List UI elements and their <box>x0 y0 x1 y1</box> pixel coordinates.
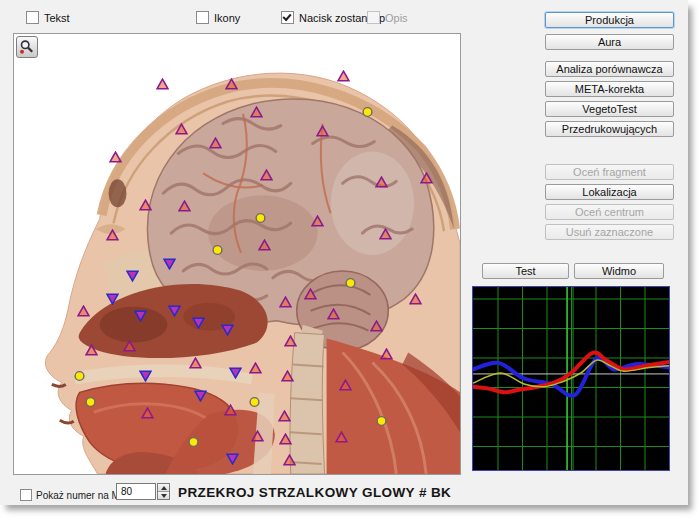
test-button[interactable]: Test <box>482 263 569 279</box>
marker-up[interactable] <box>279 294 292 306</box>
marker-up[interactable] <box>379 226 392 238</box>
marker-dot[interactable] <box>344 275 357 287</box>
marker-up[interactable] <box>258 237 271 249</box>
marker-up[interactable] <box>260 167 273 179</box>
magnifier-icon <box>19 39 35 55</box>
checkbox-box[interactable] <box>281 11 294 24</box>
marker-up[interactable] <box>283 452 296 464</box>
marker-dot[interactable] <box>248 394 261 406</box>
marker-up[interactable] <box>284 333 297 345</box>
marker-up[interactable] <box>123 338 136 350</box>
zoom-tool-button[interactable] <box>16 36 38 58</box>
marker-dot[interactable] <box>187 434 200 446</box>
marker-up[interactable] <box>335 429 348 441</box>
view-caption: PRZEKROJ STRZALKOWY GLOWY # BK <box>178 485 451 500</box>
chevron-down-icon <box>161 494 167 498</box>
marker-up[interactable] <box>85 342 98 354</box>
marker-up[interactable] <box>249 360 262 372</box>
marker-up[interactable] <box>178 198 191 210</box>
marker-up[interactable] <box>304 286 317 298</box>
chevron-up-icon <box>161 486 167 490</box>
marker-number-input[interactable]: 80 <box>116 483 156 500</box>
spinner-up-button[interactable] <box>158 484 169 492</box>
marker-up[interactable] <box>109 149 122 161</box>
marker-up[interactable] <box>281 368 294 380</box>
checkbox-ikony[interactable]: Ikony <box>196 11 240 24</box>
signal-oscillogram <box>472 286 670 471</box>
marker-down[interactable] <box>229 365 242 377</box>
marker-dot[interactable] <box>375 413 388 425</box>
checkbox-box[interactable] <box>20 489 32 501</box>
marker-down[interactable] <box>126 268 139 280</box>
marker-up[interactable] <box>409 291 422 303</box>
marker-up[interactable] <box>225 76 238 88</box>
marker-up[interactable] <box>380 346 393 358</box>
checkbox-label: Ikony <box>214 12 240 24</box>
marker-down[interactable] <box>134 308 147 320</box>
vegetotest-button[interactable]: VegetoTest <box>545 101 674 117</box>
meta-korekta-button[interactable]: META-korekta <box>545 81 674 97</box>
marker-up[interactable] <box>156 76 169 88</box>
aura-button[interactable]: Aura <box>545 34 674 50</box>
produkcja-button[interactable]: Produkcja <box>545 12 674 28</box>
ocen-fragment-button: Oceń fragment <box>545 164 674 180</box>
marker-down[interactable] <box>168 303 181 315</box>
marker-up[interactable] <box>279 431 292 443</box>
marker-up[interactable] <box>370 318 383 330</box>
marker-up[interactable] <box>278 408 291 420</box>
checkbox-label: Tekst <box>44 12 70 24</box>
marker-up[interactable] <box>141 405 154 417</box>
marker-dot[interactable] <box>361 104 374 116</box>
ocen-centrum-button: Oceń centrum <box>545 204 674 220</box>
marker-dot[interactable] <box>84 394 97 406</box>
marker-up[interactable] <box>77 303 90 315</box>
marker-up[interactable] <box>189 355 202 367</box>
usun-zaznaczone-button: Usuń zaznaczone <box>545 224 674 240</box>
analiza-porownawcza-button[interactable]: Analiza porównawcza <box>545 61 674 77</box>
marker-up[interactable] <box>339 377 352 389</box>
marker-down[interactable] <box>226 451 239 463</box>
marker-down[interactable] <box>192 315 205 327</box>
marker-down[interactable] <box>163 256 176 268</box>
marker-down[interactable] <box>139 368 152 380</box>
checkbox-box[interactable] <box>196 11 209 24</box>
marker-up[interactable] <box>327 306 340 318</box>
anatomy-canvas[interactable] <box>13 33 461 475</box>
marker-up[interactable] <box>316 123 329 135</box>
app-window: Tekst Ikony Nacisk zostanie p Opis <box>0 0 688 505</box>
marker-up[interactable] <box>375 174 388 186</box>
marker-up[interactable] <box>209 135 222 147</box>
marker-layer <box>14 34 460 474</box>
marker-up[interactable] <box>311 213 324 225</box>
spinner-down-button[interactable] <box>158 492 169 499</box>
marker-up[interactable] <box>106 227 119 239</box>
marker-up[interactable] <box>224 402 237 414</box>
checkbox-opis: Opis <box>367 11 408 24</box>
checkbox-box <box>367 11 380 24</box>
marker-number-stepper <box>157 483 170 500</box>
marker-dot[interactable] <box>211 242 224 254</box>
marker-down[interactable] <box>194 388 207 400</box>
marker-up[interactable] <box>250 104 263 116</box>
marker-down[interactable] <box>106 291 119 303</box>
checkbox-box[interactable] <box>26 11 39 24</box>
marker-up[interactable] <box>175 121 188 133</box>
widmo-button[interactable]: Widmo <box>574 263 664 279</box>
marker-up[interactable] <box>139 197 152 209</box>
lokalizacja-button[interactable]: Lokalizacja <box>545 184 674 200</box>
checkbox-tekst[interactable]: Tekst <box>26 11 70 24</box>
marker-down[interactable] <box>221 322 234 334</box>
marker-up[interactable] <box>420 170 433 182</box>
marker-up[interactable] <box>251 428 264 440</box>
przedrukowujacych-button[interactable]: Przedrukowujących <box>545 121 674 137</box>
checkbox-label: Opis <box>385 12 408 24</box>
marker-up[interactable] <box>337 68 350 80</box>
marker-dot[interactable] <box>254 210 267 222</box>
marker-dot[interactable] <box>73 368 86 380</box>
